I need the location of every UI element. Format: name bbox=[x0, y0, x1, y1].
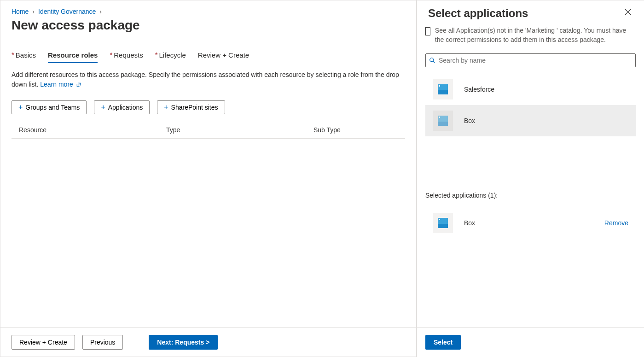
button-label: Groups and Teams bbox=[25, 104, 80, 111]
page-title: New access package bbox=[12, 18, 405, 33]
plus-icon: + bbox=[101, 104, 105, 111]
remove-link[interactable]: Remove bbox=[604, 219, 628, 227]
chevron-right-icon: › bbox=[32, 8, 35, 15]
application-label: Box bbox=[464, 219, 475, 227]
breadcrumb-home[interactable]: Home bbox=[12, 8, 29, 15]
button-label: SharePoint sites bbox=[171, 104, 218, 111]
required-asterisk-icon: * bbox=[155, 51, 158, 58]
close-icon bbox=[625, 9, 631, 15]
application-label: Salesforce bbox=[464, 86, 494, 93]
column-resource: Resource bbox=[19, 126, 166, 134]
selected-heading: Selected applications (1): bbox=[425, 192, 636, 199]
tab-lifecycle[interactable]: *Lifecycle bbox=[155, 51, 186, 63]
add-resource-row: + Groups and Teams + Applications + Shar… bbox=[12, 100, 405, 114]
add-applications-button[interactable]: + Applications bbox=[94, 100, 150, 114]
button-label: Applications bbox=[108, 104, 143, 111]
tab-resource-roles[interactable]: Resource roles bbox=[48, 51, 98, 63]
tab-review-create[interactable]: Review + Create bbox=[198, 51, 249, 63]
tabs: *Basics Resource roles *Requests *Lifecy… bbox=[12, 51, 405, 63]
required-asterisk-icon: * bbox=[110, 51, 112, 58]
see-all-row: See all Application(s) not in the 'Marke… bbox=[425, 26, 636, 44]
tab-basics[interactable]: *Basics bbox=[12, 51, 36, 63]
panel-header: Select applications bbox=[417, 0, 644, 26]
see-all-label: See all Application(s) not in the 'Marke… bbox=[435, 26, 636, 44]
learn-more-link[interactable]: Learn more bbox=[40, 81, 81, 88]
add-sharepoint-button[interactable]: + SharePoint sites bbox=[157, 100, 225, 114]
select-button[interactable]: Select bbox=[425, 335, 461, 350]
panel-title: Select applications bbox=[428, 7, 528, 20]
close-button[interactable] bbox=[623, 7, 633, 19]
plus-icon: + bbox=[164, 104, 168, 111]
required-asterisk-icon: * bbox=[12, 51, 14, 58]
column-type: Type bbox=[166, 126, 313, 134]
application-item-salesforce[interactable]: Salesforce bbox=[425, 74, 636, 105]
application-label: Box bbox=[464, 117, 475, 124]
main-content: Home › Identity Governance › New access … bbox=[0, 0, 417, 357]
column-subtype: Sub Type bbox=[313, 126, 398, 134]
application-icon bbox=[433, 213, 453, 233]
application-icon bbox=[433, 79, 453, 99]
search-wrap bbox=[425, 53, 636, 67]
add-groups-button[interactable]: + Groups and Teams bbox=[12, 100, 87, 114]
tab-requests[interactable]: *Requests bbox=[110, 51, 143, 63]
panel-body: See all Application(s) not in the 'Marke… bbox=[417, 26, 644, 327]
description-text: Add different resources to this access p… bbox=[12, 70, 405, 89]
plus-icon: + bbox=[18, 104, 23, 111]
see-all-checkbox[interactable] bbox=[425, 27, 430, 35]
svg-point-0 bbox=[430, 58, 434, 62]
tab-label: Requests bbox=[114, 51, 143, 59]
application-item-box[interactable]: Box bbox=[425, 105, 636, 136]
tab-label: Resource roles bbox=[48, 51, 98, 59]
selected-application-row: Box Remove bbox=[425, 207, 636, 239]
search-icon bbox=[429, 57, 435, 64]
select-applications-panel: Select applications See all Application(… bbox=[417, 0, 644, 357]
panel-footer: Select bbox=[417, 327, 644, 357]
chevron-right-icon: › bbox=[99, 8, 102, 15]
breadcrumb-identity-governance[interactable]: Identity Governance bbox=[38, 8, 96, 15]
external-link-icon bbox=[76, 82, 81, 88]
svg-line-1 bbox=[433, 61, 435, 63]
tab-label: Basics bbox=[16, 51, 36, 59]
next-button[interactable]: Next: Requests > bbox=[149, 335, 218, 350]
search-input[interactable] bbox=[425, 53, 636, 67]
review-create-button[interactable]: Review + Create bbox=[12, 335, 75, 350]
previous-button[interactable]: Previous bbox=[82, 335, 123, 350]
application-icon bbox=[433, 111, 453, 131]
footer-bar: Review + Create Previous Next: Requests … bbox=[0, 327, 416, 357]
tab-label: Lifecycle bbox=[159, 51, 186, 59]
table-header-row: Resource Type Sub Type bbox=[12, 122, 405, 139]
breadcrumb: Home › Identity Governance › bbox=[12, 8, 405, 15]
tab-label: Review + Create bbox=[198, 51, 249, 59]
